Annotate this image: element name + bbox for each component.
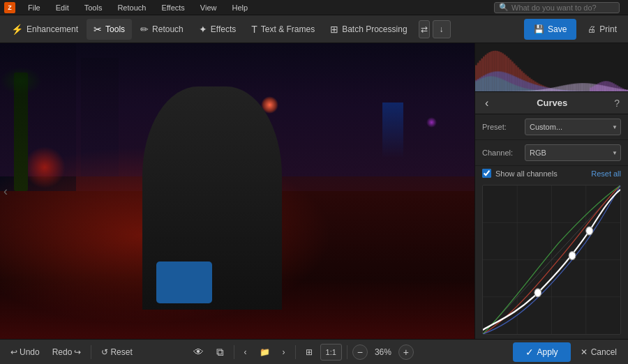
reset-all-link[interactable]: Reset all (591, 169, 621, 178)
batch-processing-icon: ⊞ (330, 24, 338, 35)
folder-btn[interactable]: 📁 (255, 343, 275, 361)
apply-btn[interactable]: ✓ Apply (513, 342, 571, 362)
menu-edit[interactable]: Edit (53, 2, 72, 13)
text-frames-btn[interactable]: T Text & Frames (244, 19, 322, 40)
toolbar: ⚡ Enhancement ✂ Tools ✏ Retouch ✦ Effect… (0, 15, 628, 43)
photo (0, 43, 474, 339)
preset-select-wrapper: Custom... Default Strong Contrast Medium… (525, 119, 621, 135)
undo-btn[interactable]: ↩ Undo (6, 343, 45, 361)
curves-title: Curves (493, 98, 611, 108)
apply-checkmark-icon: ✓ (525, 347, 534, 358)
app-icon: Z (4, 2, 15, 13)
crop-icon: ⊞ (306, 347, 313, 357)
right-panel: ‹ Curves ? Preset: Custom... Default Str… (474, 43, 628, 339)
save-button[interactable]: 💾 Save (524, 19, 576, 40)
retouch-icon: ✏ (140, 24, 149, 35)
toolbar-right: 💾 Save 🖨 Print (524, 19, 624, 40)
svg-point-7 (534, 289, 541, 297)
menu-bar: Z File Edit Tools Retouch Effects View H… (0, 0, 628, 15)
print-icon: 🖨 (588, 24, 596, 34)
redo-btn[interactable]: Redo ↪ (47, 343, 87, 361)
channel-select-wrapper: RGB Red Green Blue ▼ (525, 144, 621, 161)
preset-label: Preset: (482, 123, 521, 131)
tools-icon: ✂ (94, 24, 102, 35)
show-all-channels-checkbox[interactable] (482, 169, 491, 178)
curves-svg (483, 185, 620, 334)
curves-graph[interactable] (482, 185, 621, 335)
zoom-value: 36% (371, 346, 396, 358)
main-content: ‹ ‹ Curves ? Preset: Custom... Default (0, 43, 628, 339)
next-btn[interactable]: › (278, 343, 290, 361)
divider-4 (347, 345, 347, 359)
prev-image-btn[interactable]: ‹ (3, 184, 8, 199)
image-area[interactable]: ‹ (0, 43, 474, 339)
preset-row: Preset: Custom... Default Strong Contras… (475, 114, 628, 140)
svg-point-8 (569, 252, 576, 260)
zoom-out-btn[interactable]: − (352, 344, 368, 360)
menu-view[interactable]: View (197, 2, 220, 13)
reset-btn[interactable]: ↺ Reset (96, 343, 137, 361)
icon-btn-1[interactable]: ⇄ (419, 20, 430, 38)
ratio-btn[interactable]: 1:1 (320, 344, 342, 361)
zoom-in-btn[interactable]: + (398, 344, 414, 360)
curves-back-btn[interactable]: ‹ (481, 96, 493, 111)
menu-help[interactable]: Help (229, 2, 251, 13)
batch-processing-btn[interactable]: ⊞ Batch Processing (323, 19, 414, 40)
divider-1 (91, 345, 91, 359)
menu-effects[interactable]: Effects (158, 2, 187, 13)
search-input[interactable] (511, 3, 615, 12)
folder-icon: 📁 (260, 347, 270, 357)
bottom-center: 👁 ⧉ ‹ 📁 › ⊞ 1:1 − 36% + (188, 343, 414, 361)
channel-label: Channel: (482, 149, 521, 157)
retouch-btn[interactable]: ✏ Retouch (133, 19, 190, 40)
channel-select[interactable]: RGB Red Green Blue (525, 144, 621, 161)
search-icon: 🔍 (499, 3, 509, 12)
redo-icon: ↪ (74, 347, 81, 357)
crop-btn[interactable]: ⊞ (301, 343, 317, 361)
enhancement-icon: ⚡ (11, 24, 23, 35)
reset-icon: ↺ (101, 347, 108, 357)
menu-tools[interactable]: Tools (82, 2, 105, 13)
show-all-channels-label[interactable]: Show all channels (495, 169, 587, 178)
icon-btn-2[interactable]: ↓ (433, 20, 451, 38)
eye-icon: 👁 (193, 346, 204, 358)
show-all-channels-row: Show all channels Reset all (475, 166, 628, 181)
histogram (475, 43, 628, 92)
curves-help-btn[interactable]: ? (611, 96, 622, 110)
print-button[interactable]: 🖨 Print (581, 19, 624, 40)
next-icon: › (283, 347, 285, 357)
bottom-right: ✓ Apply ✕ Cancel (513, 342, 622, 362)
histogram-canvas (475, 43, 628, 91)
divider-2 (234, 345, 234, 359)
compare-btn[interactable]: ⧉ (211, 343, 229, 361)
save-icon: 💾 (534, 24, 544, 34)
effects-btn[interactable]: ✦ Effects (192, 19, 243, 40)
svg-point-9 (586, 227, 593, 235)
menu-file[interactable]: File (25, 2, 43, 13)
cancel-btn[interactable]: ✕ Cancel (575, 342, 622, 362)
search-box[interactable]: 🔍 (494, 2, 620, 13)
bottom-bar: ↩ Undo Redo ↪ ↺ Reset 👁 ⧉ ‹ 📁 › ⊞ 1:1 (0, 339, 628, 364)
compare-icon: ⧉ (216, 346, 224, 358)
divider-3 (295, 345, 296, 359)
eye-btn[interactable]: 👁 (188, 343, 209, 361)
effects-icon: ✦ (199, 24, 207, 35)
cancel-x-icon: ✕ (581, 347, 588, 357)
preset-select[interactable]: Custom... Default Strong Contrast Medium… (525, 119, 621, 135)
enhancement-btn[interactable]: ⚡ Enhancement (4, 19, 85, 40)
undo-icon: ↩ (10, 347, 17, 357)
tools-btn[interactable]: ✂ Tools (87, 19, 132, 40)
text-frames-icon: T (251, 24, 257, 35)
prev-icon: ‹ (244, 347, 247, 357)
curves-panel: ‹ Curves ? Preset: Custom... Default Str… (475, 92, 628, 339)
prev-btn[interactable]: ‹ (239, 343, 252, 361)
channel-row: Channel: RGB Red Green Blue ▼ (475, 140, 628, 166)
curves-panel-header: ‹ Curves ? (475, 92, 628, 114)
menu-retouch[interactable]: Retouch (114, 2, 149, 13)
